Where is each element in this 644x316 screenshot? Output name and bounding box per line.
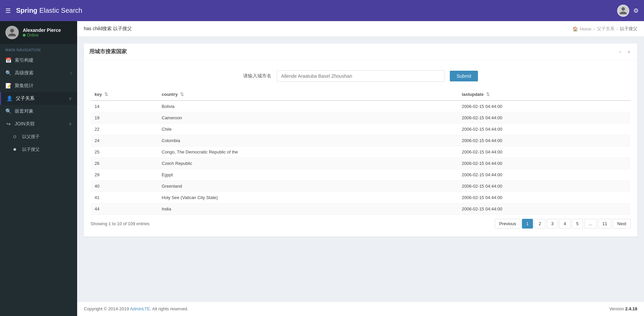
cell-country: Bolivia	[158, 101, 458, 112]
content-header: has child搜索 以子搜父 🏠 Home › 父子关系 › 以子搜父	[77, 21, 644, 37]
sidebar-item-search-by-parent[interactable]: 以父搜子	[0, 130, 77, 143]
footer-brand-link[interactable]: AdminLTE	[130, 306, 150, 311]
table-body: 14 Bolivia 2006-02-15 04:44:00 19 Camero…	[91, 101, 631, 215]
cell-lastupdate: 2006-02-15 04:44:00	[458, 135, 631, 146]
pagination-page-2[interactable]: 2	[534, 219, 545, 229]
cell-key: 22	[91, 124, 158, 135]
cell-country: Greenland	[158, 181, 458, 192]
top-nav: ☰ Spring Elastic Search ⚙	[0, 0, 644, 21]
user-avatar-sidebar	[5, 26, 19, 39]
col-header-key[interactable]: key ⇅	[91, 88, 158, 101]
breadcrumb-home[interactable]: Home	[580, 26, 592, 31]
cell-key: 41	[91, 192, 158, 203]
hamburger-icon[interactable]: ☰	[5, 7, 11, 14]
circle-icon-child	[13, 148, 16, 151]
cell-key: 44	[91, 203, 158, 215]
cell-lastupdate: 2006-02-15 04:44:00	[458, 124, 631, 135]
table-row: 25 Congo, The Democratic Republic of the…	[91, 146, 631, 158]
table-row: 44 India 2006-02-15 04:44:00	[91, 203, 631, 215]
breadcrumb-sep-1: ›	[593, 26, 595, 31]
brand-bold: Spring	[16, 7, 37, 14]
brand-light: Elastic Search	[39, 7, 82, 14]
cell-lastupdate: 2006-02-15 04:44:00	[458, 158, 631, 169]
cell-lastupdate: 2006-02-15 04:44:00	[458, 192, 631, 203]
col-header-lastupdate[interactable]: lastupdate ⇅	[458, 88, 631, 101]
pagination-page-1[interactable]: 1	[522, 219, 533, 229]
minimize-button[interactable]: −	[617, 49, 623, 55]
footer-version: Version 2.4.18	[609, 306, 637, 311]
chevron-right-icon: ‹	[70, 71, 72, 75]
table-row: 29 Egypt 2006-02-15 04:44:00	[91, 169, 631, 181]
pagination-page-...[interactable]: ...	[584, 219, 597, 229]
table-row: 24 Colombia 2006-02-15 04:44:00	[91, 135, 631, 146]
chevron-down-icon-2: ∨	[69, 122, 72, 126]
app-brand: Spring Elastic Search	[16, 7, 82, 14]
table-row: 41 Holy See (Vatican City State) 2006-02…	[91, 192, 631, 203]
sidebar-item-label: 以父搜子	[22, 134, 72, 140]
sidebar-item-index-build[interactable]: 📅 索引构建	[0, 54, 77, 67]
user-status: Online	[23, 33, 61, 38]
circle-icon-parent	[13, 135, 16, 138]
user-avatar-top[interactable]	[617, 5, 629, 17]
cell-key: 24	[91, 135, 158, 146]
sidebar-item-advanced-search[interactable]: 🔍 高级搜索 ‹	[0, 67, 77, 79]
sidebar-item-aggregate-stats[interactable]: 📝 聚集统计	[0, 79, 77, 92]
table-footer: Showing 1 to 10 of 109 entries Previous1…	[91, 215, 631, 230]
user-name: Alexander Pierce	[23, 27, 61, 33]
search-form: 请输入城市名 Submit	[91, 67, 631, 88]
cell-country: Congo, The Democratic Republic of the	[158, 146, 458, 158]
arrow-icon: ↪	[5, 121, 11, 127]
sidebar-item-label: 聚集统计	[15, 83, 72, 89]
sidebar-item-parent-child[interactable]: 👤 父子关系 ∨	[0, 92, 77, 105]
sidebar-item-label: 嵌套对象	[15, 108, 72, 114]
submit-button[interactable]: Submit	[450, 71, 478, 81]
sidebar-item-label: JOIN关联	[15, 121, 65, 127]
pagination-next[interactable]: Next	[613, 219, 631, 229]
main-content: has child搜索 以子搜父 🏠 Home › 父子关系 › 以子搜父 用城…	[77, 21, 644, 316]
search-input[interactable]	[277, 70, 444, 82]
sidebar-item-label: 父子关系	[16, 96, 65, 102]
gear-icon[interactable]: ⚙	[633, 7, 639, 14]
status-dot	[23, 34, 25, 37]
data-table: key ⇅ country ⇅ lastupdate ⇅	[91, 88, 631, 215]
pagination-page-4[interactable]: 4	[559, 219, 570, 229]
user-icon: 👤	[6, 96, 12, 102]
breadcrumb-current: 以子搜父	[620, 26, 637, 32]
table-row: 40 Greenland 2006-02-15 04:44:00	[91, 181, 631, 192]
cell-country: India	[158, 203, 458, 215]
card-tools: − ×	[617, 49, 632, 55]
table-header-row: key ⇅ country ⇅ lastupdate ⇅	[91, 88, 631, 101]
cell-country: Cameroon	[158, 112, 458, 124]
sidebar-item-label: 高级搜索	[15, 70, 67, 76]
search-icon-2: 🔍	[5, 108, 11, 114]
close-button[interactable]: ×	[626, 49, 632, 55]
cell-lastupdate: 2006-02-15 04:44:00	[458, 169, 631, 181]
card-title: 用城市搜索国家	[89, 48, 127, 55]
pagination: Previous12345...11Next	[495, 219, 631, 229]
cell-country: Holy See (Vatican City State)	[158, 192, 458, 203]
table-row: 19 Cameroon 2006-02-15 04:44:00	[91, 112, 631, 124]
card-body: 请输入城市名 Submit key ⇅ country ⇅	[84, 60, 637, 237]
cell-key: 25	[91, 146, 158, 158]
table-row: 22 Chile 2006-02-15 04:44:00	[91, 124, 631, 135]
breadcrumb-parent[interactable]: 父子关系	[597, 26, 614, 32]
page-title-sub: 以子搜父	[113, 26, 132, 31]
cell-country: Colombia	[158, 135, 458, 146]
pagination-page-3[interactable]: 3	[547, 219, 558, 229]
sidebar-item-search-by-child[interactable]: 以子搜父	[0, 143, 77, 156]
pagination-page-5[interactable]: 5	[572, 219, 583, 229]
pagination-page-11[interactable]: 11	[598, 219, 611, 229]
sidebar-item-label: 索引构建	[15, 57, 72, 63]
cell-key: 26	[91, 158, 158, 169]
table-row: 26 Czech Republic 2006-02-15 04:44:00	[91, 158, 631, 169]
col-header-country[interactable]: country ⇅	[158, 88, 458, 101]
chevron-down-icon: ∨	[69, 96, 72, 101]
cell-key: 40	[91, 181, 158, 192]
sidebar-item-join-relation[interactable]: ↪ JOIN关联 ∨	[0, 118, 77, 130]
sidebar-item-nested-object[interactable]: 🔍 嵌套对象	[0, 105, 77, 118]
footer-version-number: 2.4.18	[625, 306, 637, 311]
calendar-icon: 📅	[5, 57, 11, 63]
pagination-previous[interactable]: Previous	[495, 219, 521, 229]
page-title-main: has child搜索	[84, 26, 112, 31]
cell-country: Egypt	[158, 169, 458, 181]
